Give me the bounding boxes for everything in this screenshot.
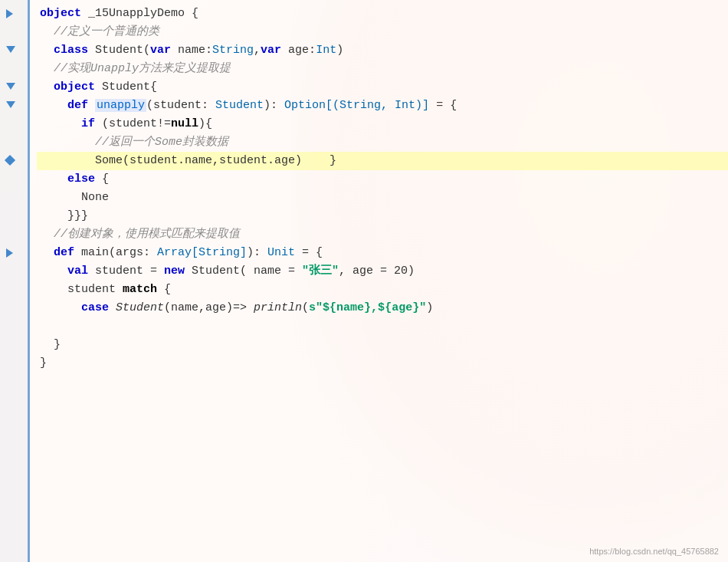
code-line: if (student!=null){ [37,115,728,133]
code-line: } [37,354,728,373]
code-line: else { [37,170,728,189]
code-line: object _15UnapplyDemo { [37,5,728,23]
code-line: } [37,336,728,354]
code-area[interactable]: object _15UnapplyDemo { //定义一个普通的类 class… [29,0,728,562]
code-line: None [37,189,728,207]
code-line: def unapply(student: Student): Option[(S… [37,97,728,115]
gutter-marker-diamond [6,156,14,164]
code-line: object Student{ [37,78,728,97]
watermark: https://blog.csdn.net/qq_45765882 [589,547,719,556]
code-line: //创建对象，使用模式匹配来提取值 [37,225,728,244]
gutter-marker-arrow-right [6,248,13,258]
code-line: case Student(name,age)=> println(s"${nam… [37,299,728,317]
left-accent-line [28,0,30,562]
gutter [0,0,29,562]
code-line: //定义一个普通的类 [37,23,728,41]
gutter-marker-arrow-down [6,101,15,108]
code-line: //返回一个Some封装数据 [37,133,728,152]
code-line: }}} [37,207,728,225]
code-line: def main(args: Array[String]): Unit = { [37,244,728,262]
code-line [37,317,728,336]
code-line: student match { [37,281,728,299]
code-line: val student = new Student( name = "张三", … [37,262,728,281]
gutter-marker-arrow-right [6,9,13,18]
code-line: //实现Unapply方法来定义提取提 [37,60,728,78]
gutter-marker-arrow-down [6,46,15,53]
code-line: Some(student.name,student.age) } [37,152,728,170]
gutter-marker-arrow-down [6,83,15,90]
editor-container: object _15UnapplyDemo { //定义一个普通的类 class… [0,0,728,562]
code-line: class Student(var name:String,var age:In… [37,41,728,60]
